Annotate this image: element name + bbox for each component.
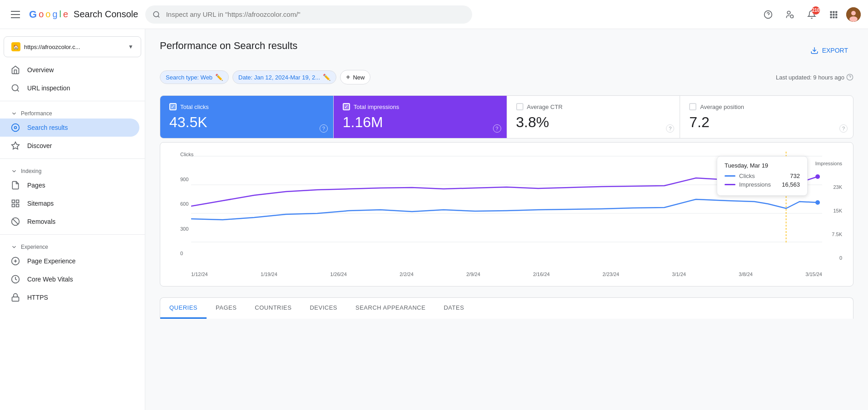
svg-rect-14 [835,16,837,18]
discover-icon [11,141,20,150]
y-900: 900 [180,177,193,182]
svg-rect-23 [12,200,15,203]
svg-rect-12 [830,16,832,18]
total-clicks-label: Total clicks [180,104,209,110]
help-button[interactable] [759,5,777,24]
tab-devices[interactable]: DEVICES [301,298,346,319]
apps-button[interactable] [824,5,843,24]
svg-point-4 [787,11,790,14]
chevron-down-icon: ▼ [128,44,133,50]
average-ctr-help[interactable]: ? [666,124,674,133]
last-updated-text: Last updated: 9 hours ago [776,74,853,81]
x-label-3: 2/2/24 [399,272,414,277]
experience-section-header[interactable]: Experience [0,238,145,252]
tab-dates[interactable]: DATES [434,298,473,319]
removals-label: Removals [27,218,55,225]
property-selector[interactable]: 🏠 https://afroozcolor.c... ▼ [4,36,141,57]
tooltip-impressions-row: Impressions 16,563 [725,181,800,188]
x-label-0: 1/12/24 [191,272,208,277]
average-position-value: 7.2 [689,114,844,131]
core-web-vitals-icon [11,275,20,284]
svg-rect-8 [835,11,837,13]
svg-rect-9 [830,14,832,15]
indexing-section-header[interactable]: Indexing [0,163,145,176]
sidebar-item-removals[interactable]: Removals [0,212,139,231]
total-impressions-checkbox[interactable]: ✓ [343,103,350,110]
svg-point-18 [12,85,18,91]
chevron-down-icon [11,168,17,174]
total-impressions-help[interactable]: ? [493,124,501,133]
svg-rect-25 [16,204,19,207]
tab-queries[interactable]: QUERIES [160,298,207,319]
total-clicks-checkbox[interactable]: ✓ [169,103,177,110]
page-experience-label: Page Experience [27,257,76,265]
total-clicks-help[interactable]: ? [320,124,328,133]
x-label-8: 3/8/24 [739,272,753,277]
notifications-button[interactable]: 210 [803,5,821,24]
chart-container: Clicks 900 600 300 0 [160,142,853,287]
sidebar-item-url-inspection[interactable]: URL inspection [0,79,139,97]
metric-card-total-impressions[interactable]: ✓ Total impressions 1.16M ? [334,96,507,138]
clicks-line-indicator [725,175,735,177]
average-position-help[interactable]: ? [839,124,848,133]
google-logo: Google Search Console [29,9,138,20]
svg-line-1 [158,16,159,17]
svg-point-0 [154,11,159,16]
performance-section-header[interactable]: Performance [0,105,145,119]
metric-card-total-clicks[interactable]: ✓ Total clicks 43.5K ? [160,96,334,138]
impressions-line-indicator [725,184,735,185]
url-inspection-search[interactable] [145,5,472,24]
tab-pages[interactable]: PAGES [207,298,246,319]
svg-marker-22 [12,142,20,149]
metric-card-average-position[interactable]: Average position 7.2 ? [680,96,853,138]
svg-rect-10 [833,14,834,15]
date-range-label: Date: Jan 12, 2024-Mar 19, 2... [238,74,320,81]
x-label-2: 1/26/24 [330,272,347,277]
tab-search-appearance[interactable]: SEARCH APPEARANCE [346,298,434,319]
page-title: Performance on Search results [160,40,297,52]
removals-icon [11,217,20,226]
edit-icon: ✏️ [323,74,330,81]
sidebar-item-https[interactable]: HTTPS [0,288,139,306]
tab-countries[interactable]: COUNTRIES [246,298,301,319]
sidebar-item-core-web-vitals[interactable]: Core Web Vitals [0,270,139,288]
export-label: EXPORT [822,47,848,54]
sidebar-item-overview[interactable]: Overview [0,61,139,79]
hamburger-menu[interactable] [7,7,24,22]
search-type-filter[interactable]: Search type: Web ✏️ [160,70,229,84]
avatar[interactable] [846,7,861,22]
tooltip-impressions-label: Impressions [739,181,778,188]
search-icon [11,84,20,93]
clicks-line [191,199,818,220]
date-range-filter[interactable]: Date: Jan 12, 2024-Mar 19, 2... ✏️ [232,70,336,84]
sidebar-item-search-results[interactable]: Search results [0,119,139,137]
export-button[interactable]: EXPORT [805,43,853,58]
search-icon [153,10,160,19]
svg-point-16 [851,11,856,15]
experience-section-label: Experience [21,244,48,250]
svg-rect-6 [830,11,832,13]
sidebar-item-sitemaps[interactable]: Sitemaps [0,194,139,212]
search-input[interactable] [166,10,465,18]
search-console-icon-btn[interactable] [781,5,799,24]
x-label-5: 2/16/24 [533,272,550,277]
svg-rect-32 [12,297,19,301]
average-ctr-checkbox[interactable] [516,103,523,110]
tab-bar: QUERIES PAGES COUNTRIES DEVICES SEARCH A… [160,297,853,319]
metric-cards: ✓ Total clicks 43.5K ? ✓ Total impressio… [160,95,853,138]
y-axis-right: Impressions 23K 15K 7.5K 0 [815,161,842,261]
property-name: https://afroozcolor.c... [24,44,124,50]
y-axis-left: Clicks 900 600 300 0 [180,152,193,256]
sidebar-item-page-experience[interactable]: Page Experience [0,252,139,270]
sidebar-item-discover[interactable]: Discover [0,137,139,155]
svg-rect-26 [12,204,15,207]
sidebar-item-pages[interactable]: Pages [0,176,139,194]
indexing-section-label: Indexing [21,168,41,174]
y-300: 300 [180,226,193,232]
tooltip-clicks-value: 732 [790,173,800,179]
chevron-down-icon [11,110,17,117]
new-filter-button[interactable]: + New [340,70,370,84]
metric-card-average-ctr[interactable]: Average CTR 3.8% ? [507,96,681,138]
average-position-checkbox[interactable] [689,103,696,110]
x-label-4: 2/9/24 [466,272,480,277]
